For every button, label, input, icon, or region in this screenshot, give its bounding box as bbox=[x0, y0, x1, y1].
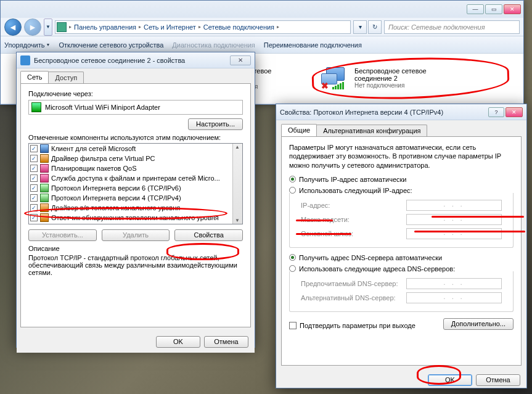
client-icon bbox=[40, 144, 49, 153]
advanced-button[interactable]: Дополнительно... bbox=[443, 318, 514, 330]
explorer-titlebar: — ▭ ✕ bbox=[1, 1, 523, 18]
component-item[interactable]: ✓Планировщик пакетов QoS bbox=[29, 163, 242, 173]
radio-icon bbox=[289, 254, 296, 261]
ok-button[interactable]: OK bbox=[156, 336, 200, 348]
label-alt-dns: Альтернативный DNS-сервер: bbox=[301, 294, 403, 302]
label-subnet-mask: Маска подсети: bbox=[301, 216, 403, 223]
radio-icon bbox=[289, 176, 296, 183]
net-item-title: Беспроводное сетевое bbox=[354, 67, 427, 75]
minimize-button[interactable]: — bbox=[467, 4, 484, 14]
help-button[interactable]: ? bbox=[488, 107, 504, 117]
component-item[interactable]: ✓Протокол Интернета версии 6 (TCP/IPv6) bbox=[29, 183, 242, 193]
checkbox[interactable]: ✓ bbox=[30, 194, 38, 202]
label-pref-dns: Предпочитаемый DNS-сервер: bbox=[301, 280, 403, 287]
dns-group: Предпочитаемый DNS-сервер:. . . Альтерна… bbox=[289, 271, 514, 312]
protocol-icon bbox=[40, 184, 49, 192]
cancel-button[interactable]: Отмена bbox=[476, 374, 520, 386]
checkbox[interactable]: ✓ bbox=[30, 214, 38, 221]
toolbar-diagnose[interactable]: Диагностика подключения bbox=[172, 41, 255, 49]
dialog-title-text: Свойства: Протокол Интернета версии 4 (T… bbox=[280, 109, 485, 116]
adapter-box[interactable]: Microsoft Virtual WiFi Miniport Adapter bbox=[28, 100, 243, 115]
tab-network[interactable]: Сеть bbox=[20, 71, 49, 83]
dialog-close-button[interactable]: ✕ bbox=[230, 55, 251, 65]
toolbar-organize[interactable]: Упорядочить ▼ bbox=[4, 41, 50, 49]
label-ip-address: IP-адрес: bbox=[301, 202, 403, 209]
crumb-network-internet[interactable]: Сеть и Интернет bbox=[144, 23, 196, 31]
search-input[interactable]: Поиск: Сетевые подключения bbox=[384, 20, 520, 34]
net-item-title2: соединение 2 bbox=[354, 75, 427, 82]
install-button[interactable]: Установить... bbox=[28, 229, 97, 241]
checkbox-validate-on-exit[interactable]: ✓ Подтвердить параметры при выходе bbox=[289, 322, 415, 329]
tab-access[interactable]: Доступ bbox=[48, 72, 84, 84]
adapter-icon bbox=[31, 102, 41, 112]
maximize-button[interactable]: ▭ bbox=[485, 4, 502, 14]
checkbox[interactable]: ✓ bbox=[30, 145, 38, 152]
dialog-close-button[interactable]: ✕ bbox=[505, 107, 523, 117]
description-text: Протокол TCP/IP - стандартный протокол г… bbox=[28, 254, 243, 276]
search-placeholder: Поиск: Сетевые подключения bbox=[388, 23, 485, 31]
nav-back-button[interactable]: ◄ bbox=[4, 18, 22, 36]
network-item-wireless2[interactable]: ✖ Беспроводное сетевое соединение 2 Нет … bbox=[321, 67, 494, 89]
refresh-button[interactable]: ↻ bbox=[368, 20, 382, 34]
protocol-icon bbox=[40, 194, 49, 202]
configure-button[interactable]: Настроить... bbox=[188, 118, 243, 130]
checkbox[interactable]: ✓ bbox=[30, 174, 38, 182]
label-connect-using: Подключение через: bbox=[28, 90, 243, 97]
disconnected-x-icon: ✖ bbox=[321, 81, 329, 91]
ipv4-properties-dialog: Свойства: Протокол Интернета версии 4 (T… bbox=[276, 104, 527, 388]
driver-icon bbox=[40, 203, 49, 212]
tab-network-page: Подключение через: Microsoft Virtual WiF… bbox=[20, 83, 251, 327]
checkbox[interactable]: ✓ bbox=[30, 204, 38, 211]
label-default-gateway: Основной шлюз: bbox=[301, 230, 403, 237]
label-description: Описание bbox=[28, 245, 243, 252]
component-item-ipv4[interactable]: ✓Протокол Интернета версии 4 (TCP/IPv4) bbox=[29, 193, 242, 203]
radio-obtain-dns-auto[interactable]: Получить адрес DNS-сервера автоматически bbox=[289, 254, 514, 261]
crumb-network-connections[interactable]: Сетевые подключения bbox=[203, 23, 274, 31]
scrollbar[interactable] bbox=[232, 144, 242, 224]
checkbox[interactable]: ✓ bbox=[30, 184, 38, 192]
component-item[interactable]: ✓Драйвер в/в тополога канального уровня bbox=[29, 203, 242, 213]
dialog-titlebar[interactable]: Свойства: Протокол Интернета версии 4 (T… bbox=[276, 104, 526, 120]
ip-address-input: . . . bbox=[406, 200, 502, 211]
alternate-dns-input: . . . bbox=[406, 292, 502, 303]
breadcrumb[interactable]: ▸ Панель управления ▸ Сеть и Интернет ▸ … bbox=[55, 20, 351, 34]
driver-icon bbox=[40, 154, 49, 163]
network-icon: ✖ bbox=[321, 67, 350, 89]
ok-button[interactable]: OK bbox=[428, 374, 472, 386]
control-panel-icon bbox=[57, 22, 67, 32]
info-text: Параметры IP могут назначаться автоматич… bbox=[289, 143, 514, 170]
net-item-status: Нет подключения bbox=[354, 82, 427, 89]
checkbox[interactable]: ✓ bbox=[30, 165, 38, 172]
checkbox[interactable]: ✓ bbox=[30, 155, 38, 162]
nav-forward-button[interactable]: ► bbox=[24, 18, 41, 36]
address-dropdown-button[interactable]: ▾ bbox=[353, 20, 367, 34]
crumb-control-panel[interactable]: Панель управления bbox=[74, 23, 136, 31]
tab-alt-config[interactable]: Альтернативная конфигурация bbox=[316, 125, 427, 137]
explorer-address-bar: ◄ ► ▼ ▸ Панель управления ▸ Сеть и Интер… bbox=[1, 18, 523, 36]
preferred-dns-input: . . . bbox=[406, 278, 502, 289]
uninstall-button[interactable]: Удалить bbox=[102, 229, 170, 241]
toolbar-rename[interactable]: Переименование подключения bbox=[264, 41, 362, 49]
driver-icon bbox=[40, 213, 49, 222]
radio-obtain-ip-auto[interactable]: Получить IP-адрес автоматически bbox=[289, 176, 514, 183]
component-item[interactable]: ✓Клиент для сетей Microsoft bbox=[29, 144, 242, 154]
component-item[interactable]: ✓Ответчик обнаружения топологии канально… bbox=[29, 213, 242, 223]
nav-history-dropdown[interactable]: ▼ bbox=[44, 18, 52, 36]
component-item[interactable]: ✓Служба доступа к файлам и принтерам сет… bbox=[29, 173, 242, 183]
properties-button[interactable]: Свойства bbox=[174, 229, 243, 241]
toolbar-disable[interactable]: Отключение сетевого устройства bbox=[59, 41, 163, 49]
dialog-title-text: Беспроводное сетевое соединение 2 - свой… bbox=[34, 57, 226, 64]
cancel-button[interactable]: Отмена bbox=[204, 336, 248, 348]
tab-general[interactable]: Общие bbox=[281, 124, 317, 136]
gateway-input: . . . bbox=[406, 228, 502, 239]
signal-bars-icon bbox=[332, 82, 344, 89]
component-item[interactable]: ✓Драйвер фильтра сети Virtual PC bbox=[29, 154, 242, 163]
ip-group: IP-адрес:. . . Маска подсети:. . . Основ… bbox=[289, 193, 514, 248]
components-listbox[interactable]: ✓Клиент для сетей Microsoft ✓Драйвер фил… bbox=[28, 143, 243, 224]
close-button[interactable]: ✕ bbox=[504, 4, 521, 14]
adapter-name: Microsoft Virtual WiFi Miniport Adapter bbox=[45, 104, 160, 111]
service-icon bbox=[40, 174, 49, 183]
dialog-titlebar[interactable]: Беспроводное сетевое соединение 2 - свой… bbox=[17, 52, 255, 68]
subnet-mask-input: . . . bbox=[406, 214, 502, 225]
dialog-icon bbox=[20, 55, 30, 65]
